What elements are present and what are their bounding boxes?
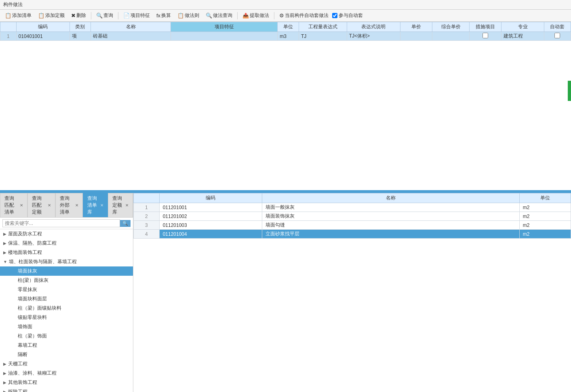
tree-item-floor-decor[interactable]: ▶楼地面装饰工程 bbox=[0, 248, 133, 257]
col-qty-header: 工程量表达式 bbox=[299, 22, 347, 32]
project-feature-button[interactable]: 📄 项目特征 bbox=[120, 11, 153, 20]
bottom-panel: 查询匹配清单 ✕ 查询匹配定额 ✕ 查询外部清单 ✕ 查询清单库 ✕ 查询定额库… bbox=[0, 193, 571, 392]
row-auto-set[interactable] bbox=[544, 32, 571, 41]
tab-match-list[interactable]: 查询匹配清单 ✕ bbox=[0, 193, 27, 217]
tree-item-col-decor[interactable]: 柱（梁）饰面 bbox=[0, 331, 133, 341]
tree-item-col-block[interactable]: 柱（梁）面镶贴块料 bbox=[0, 304, 133, 313]
tree-item-label: 其他装饰工程 bbox=[8, 379, 37, 386]
tree-item-zero-plaster[interactable]: 零星抹灰 bbox=[0, 285, 133, 294]
col-unit-header: 单位 bbox=[278, 22, 299, 32]
tree-item-label: 墙饰面 bbox=[18, 323, 32, 330]
tab-query-list[interactable]: 查询清单库 ✕ bbox=[83, 193, 108, 217]
delete-label: 删除 bbox=[76, 12, 86, 19]
tab-match-quota[interactable]: 查询匹配定额 ✕ bbox=[27, 193, 55, 217]
title-text: 构件做法 bbox=[3, 2, 23, 7]
tab-match-list-label: 查询匹配清单 bbox=[4, 195, 18, 216]
tree-item-insulation[interactable]: ▶保温、隔热、防腐工程 bbox=[0, 239, 133, 248]
scroll-indicator bbox=[568, 81, 571, 101]
tab-query-quota[interactable]: 查询定额库 ✕ bbox=[108, 193, 133, 217]
tree-item-ceiling[interactable]: ▶天棚工程 bbox=[0, 359, 133, 369]
toolbar: 📋 添加清单 📋 添加定额 ✖ 删除 🔍 查询 📄 项目特征 fx 换算 📋 做… bbox=[0, 10, 571, 22]
auto-join-label[interactable]: 参与自动套 bbox=[332, 12, 363, 19]
tree-item-roof[interactable]: ▶屋面及防水工程 bbox=[0, 229, 133, 239]
calc-icon: fx bbox=[156, 13, 160, 19]
sep2 bbox=[118, 12, 118, 19]
add-quota-button[interactable]: 📋 添加定额 bbox=[35, 11, 67, 20]
add-quota-label: 添加定额 bbox=[45, 12, 65, 19]
row-feature[interactable] bbox=[171, 32, 278, 41]
measure-checkbox[interactable] bbox=[483, 33, 488, 38]
col-autoset-header: 自动套 bbox=[544, 22, 571, 32]
calc-button[interactable]: fx 换算 bbox=[154, 11, 174, 20]
tree-item-wall-decor2[interactable]: 墙饰面 bbox=[0, 322, 133, 331]
tree-item-col-plaster[interactable]: 柱(梁）面抹灰 bbox=[0, 276, 133, 285]
auto-method-label: 当前构件自动套做法 bbox=[285, 12, 329, 19]
row-specialty: 建筑工程 bbox=[501, 32, 544, 41]
tree-item-wall-plaster[interactable]: 墙面抹灰 bbox=[0, 266, 133, 276]
search-input[interactable] bbox=[2, 219, 120, 227]
tree-item-label: 幕墙工程 bbox=[18, 342, 37, 349]
row-unit: m3 bbox=[278, 32, 299, 41]
sub-table-row[interactable]: 2 011201002 墙面装饰抹灰 m2 bbox=[134, 212, 571, 221]
tab-query-list-close[interactable]: ✕ bbox=[100, 203, 103, 208]
main-table: 编码 类别 名称 项目特征 单位 工程量表达式 表达式说明 单价 综合单价 措施… bbox=[0, 22, 571, 41]
tab-query-quota-label: 查询定额库 bbox=[112, 195, 124, 216]
add-list-icon: 📋 bbox=[5, 13, 11, 19]
tab-match-list-close[interactable]: ✕ bbox=[20, 203, 23, 208]
row-type: 项 bbox=[70, 32, 91, 41]
tree-arrow: ▼ bbox=[3, 260, 7, 264]
tree-item-label: 墙、柱面装饰与隔新、幕墙工程 bbox=[9, 258, 77, 265]
tree-item-label: 隔断 bbox=[18, 351, 27, 358]
sub-row-code: 011201001 bbox=[159, 203, 262, 212]
method-button[interactable]: 📋 做法则 bbox=[175, 11, 202, 20]
tree-item-paint[interactable]: ▶油漆、涂料、裱糊工程 bbox=[0, 369, 133, 378]
tab-match-quota-close[interactable]: ✕ bbox=[48, 203, 51, 208]
sub-table-row[interactable]: 3 011201003 墙面勾缝 m2 bbox=[134, 221, 571, 230]
extract-method-button[interactable]: 📤 提取做法 bbox=[240, 11, 272, 20]
auto-method-button[interactable]: ⚙ 当前构件自动套做法 bbox=[276, 11, 331, 20]
tree-item-other-decor[interactable]: ▶其他装饰工程 bbox=[0, 378, 133, 387]
tree-panel: 查询匹配清单 ✕ 查询匹配定额 ✕ 查询外部清单 ✕ 查询清单库 ✕ 查询定额库… bbox=[0, 193, 133, 392]
tree-content: ▶屋面及防水工程▶保温、隔热、防腐工程▶楼地面装饰工程▼墙、柱面装饰与隔新、幕墙… bbox=[0, 229, 133, 392]
tree-item-label: 柱(梁）面抹灰 bbox=[18, 277, 48, 284]
tree-arrow: ▶ bbox=[3, 250, 6, 255]
method-label: 做法则 bbox=[185, 12, 199, 19]
tab-external-list[interactable]: 查询外部清单 ✕ bbox=[55, 193, 83, 217]
tree-item-label: 柱（梁）面镶贴块料 bbox=[18, 305, 61, 312]
sub-row-unit: m2 bbox=[519, 203, 571, 212]
sub-row-name: 墙面装饰抹灰 bbox=[262, 212, 519, 221]
sub-row-name: 墙面一般抹灰 bbox=[262, 203, 519, 212]
add-list-label: 添加清单 bbox=[12, 12, 32, 19]
sub-row-code: 011201004 bbox=[159, 230, 262, 239]
row-measure[interactable] bbox=[470, 32, 501, 41]
add-list-button[interactable]: 📋 添加清单 bbox=[2, 11, 34, 20]
sub-table-row[interactable]: 1 011201001 墙面一般抹灰 m2 bbox=[134, 203, 571, 212]
tree-item-curtain-wall[interactable]: 幕墙工程 bbox=[0, 341, 133, 350]
row-expr-desc: TJ<体积> bbox=[347, 32, 400, 41]
project-feature-icon: 📄 bbox=[123, 13, 130, 19]
tree-item-inlay-block[interactable]: 镶贴零星块料 bbox=[0, 313, 133, 322]
tab-external-list-close[interactable]: ✕ bbox=[75, 203, 78, 208]
tree-item-wall-block[interactable]: 墙面块料面层 bbox=[0, 294, 133, 304]
tree-arrow: ▶ bbox=[3, 390, 6, 392]
method-query-button[interactable]: 🔍 做法查询 bbox=[203, 11, 235, 20]
sub-row-num: 1 bbox=[134, 203, 160, 212]
tree-item-label: 油漆、涂料、裱糊工程 bbox=[8, 370, 57, 377]
auto-join-checkbox[interactable] bbox=[332, 13, 337, 18]
tree-item-demolish[interactable]: ▶拆除工程 bbox=[0, 387, 133, 392]
row-qty-expr: TJ bbox=[299, 32, 347, 41]
sub-table-row[interactable]: 4 011201004 立面砂浆找平层 m2 bbox=[134, 230, 571, 239]
row-unit-price bbox=[400, 32, 432, 41]
tree-item-partition[interactable]: 隔断 bbox=[0, 350, 133, 359]
tree-item-label: 柱（梁）饰面 bbox=[18, 333, 47, 340]
autoset-checkbox[interactable] bbox=[554, 33, 560, 38]
table-row[interactable]: 1 010401001 项 砖基础 m3 TJ TJ<体积> 建筑工程 bbox=[0, 32, 571, 41]
sub-row-unit: m2 bbox=[519, 212, 571, 221]
tree-item-label: 零星抹灰 bbox=[18, 286, 37, 293]
search-button[interactable]: 🔍 bbox=[120, 220, 131, 227]
query-button[interactable]: 🔍 查询 bbox=[93, 11, 116, 20]
tree-item-wall-decor[interactable]: ▼墙、柱面装饰与隔新、幕墙工程 bbox=[0, 257, 133, 266]
tab-query-quota-close[interactable]: ✕ bbox=[125, 203, 129, 208]
sub-row-name: 墙面勾缝 bbox=[262, 221, 519, 230]
delete-button[interactable]: ✖ 删除 bbox=[68, 11, 89, 20]
